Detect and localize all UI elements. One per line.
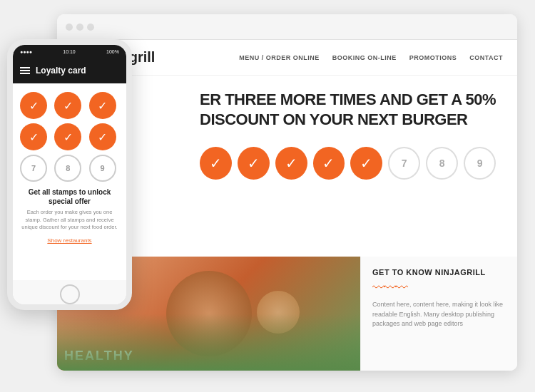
show-restaurants-link[interactable]: Show restaurants bbox=[20, 237, 119, 244]
phone-stamp-8: 8 bbox=[54, 155, 81, 182]
nav-link-promotions[interactable]: PROMOTIONS bbox=[409, 54, 457, 61]
stamp-6: 7 bbox=[388, 147, 420, 180]
phone-offer-desc: Each order you make gives you one stamp.… bbox=[20, 209, 119, 232]
phone-time: 10:10 bbox=[63, 49, 76, 54]
browser-dots bbox=[66, 24, 94, 31]
stamp-3: ✓ bbox=[275, 147, 307, 180]
food-decor-green bbox=[57, 314, 360, 371]
hamburger-line-1 bbox=[20, 67, 30, 68]
nav-link-booking[interactable]: BOOKING ON-LINE bbox=[332, 54, 397, 61]
phone-offer-title: Get all stamps to unlock special offer bbox=[20, 187, 119, 206]
phone-body: ✓ ✓ ✓ ✓ ✓ ✓ 7 8 9 Get all stamps to unlo… bbox=[13, 83, 126, 280]
stamps-row: ✓ ✓ ✓ ✓ ✓ 7 8 9 bbox=[200, 147, 496, 180]
phone-stamp-2: ✓ bbox=[54, 92, 81, 119]
browser-dot-1 bbox=[66, 24, 73, 31]
phone-home-button[interactable] bbox=[60, 284, 80, 304]
browser-dot-3 bbox=[87, 24, 94, 31]
phone-signal: ●●●● bbox=[20, 49, 32, 54]
phone-stamp-6: ✓ bbox=[89, 123, 116, 150]
site-nav-links: MENU / ORDER ONLINE BOOKING ON-LINE PROM… bbox=[239, 54, 503, 61]
phone: ●●●● 10:10 100% Loyalty card ✓ ✓ ✓ bbox=[7, 39, 132, 310]
hamburger-line-3 bbox=[20, 73, 30, 74]
phone-stamp-9: 9 bbox=[89, 155, 116, 182]
stamp-7: 8 bbox=[426, 147, 458, 180]
info-box-title: GET TO KNOW NINJAGRILL bbox=[372, 268, 506, 277]
stamp-2: ✓ bbox=[238, 147, 270, 180]
browser-bar bbox=[57, 14, 517, 40]
stamp-4: ✓ bbox=[313, 147, 345, 180]
phone-stamps-grid: ✓ ✓ ✓ ✓ ✓ ✓ 7 8 9 bbox=[20, 92, 119, 182]
nav-link-menu[interactable]: MENU / ORDER ONLINE bbox=[239, 54, 320, 61]
phone-app-header: Loyalty card bbox=[13, 58, 126, 83]
stamp-5: ✓ bbox=[350, 147, 382, 180]
hamburger-icon[interactable] bbox=[20, 67, 30, 74]
site-headline: ER THREE MORE TIMES AND GET A 50% DISCOU… bbox=[200, 90, 496, 129]
phone-stamp-7: 7 bbox=[20, 155, 47, 182]
stamp-1: ✓ bbox=[200, 147, 232, 180]
phone-battery: 100% bbox=[106, 49, 119, 54]
info-box-divider: 〰〰〰 bbox=[372, 281, 506, 296]
phone-stamp-4: ✓ bbox=[20, 123, 47, 150]
phone-status-bar: ●●●● 10:10 100% bbox=[13, 45, 126, 58]
scene: ninjagrill MENU / ORDER ONLINE BOOKING O… bbox=[0, 0, 535, 392]
phone-inner: ●●●● 10:10 100% Loyalty card ✓ ✓ ✓ bbox=[13, 45, 126, 304]
hamburger-line-2 bbox=[20, 70, 30, 71]
nav-link-contact[interactable]: CONTACT bbox=[469, 54, 503, 61]
phone-stamp-5: ✓ bbox=[54, 123, 81, 150]
stamp-8: 9 bbox=[464, 147, 496, 180]
phone-stamp-3: ✓ bbox=[89, 92, 116, 119]
phone-stamp-1: ✓ bbox=[20, 92, 47, 119]
info-box-text: Content here, content here, making it lo… bbox=[372, 300, 506, 329]
info-box: GET TO KNOW NINJAGRILL 〰〰〰 Content here,… bbox=[360, 257, 517, 371]
phone-header-title: Loyalty card bbox=[36, 66, 86, 76]
browser-dot-2 bbox=[76, 24, 83, 31]
